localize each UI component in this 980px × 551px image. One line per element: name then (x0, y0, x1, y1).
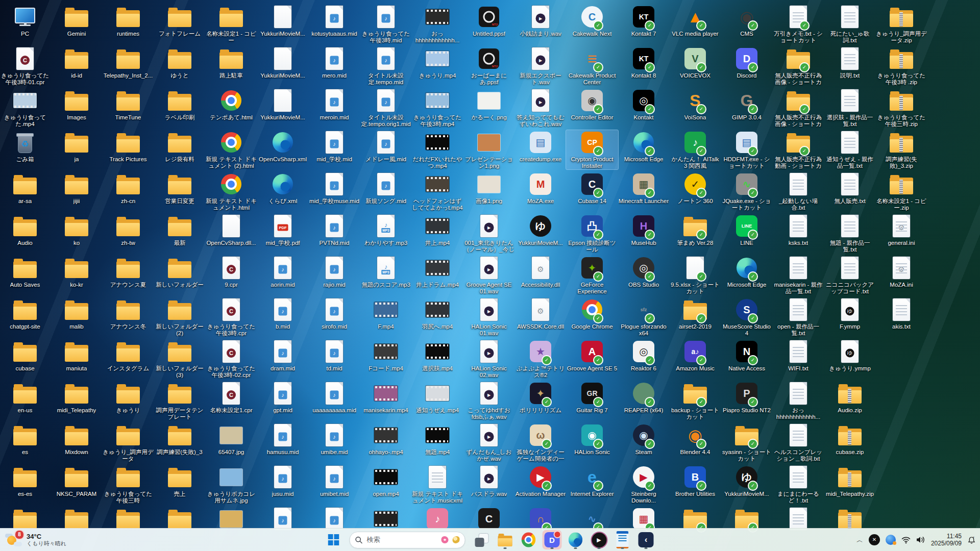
volume-icon[interactable] (916, 536, 925, 543)
desktop-icon[interactable]: 新しいフォルダー (3) (154, 339, 206, 379)
desktop-icon[interactable]: きゅうり (102, 381, 154, 414)
desktop-icon[interactable]: Cきゅうり食ってた午後3時.cpr (205, 297, 257, 337)
desktop-icon[interactable]: 営業日変更 (154, 172, 206, 205)
desktop-icon[interactable]: おっhhhhhhhhhhhh... (772, 381, 824, 420)
desktop-icon[interactable]: 無人販売.txt (824, 172, 876, 205)
desktop-icon[interactable]: 井上ドラム.mp4 (411, 256, 463, 288)
desktop-icon[interactable]: ▶バスドラ.wav (463, 465, 515, 497)
desktop-icon[interactable]: _起動しない場合.txt (772, 172, 824, 211)
desktop-icon[interactable]: ♪jusu.mid (257, 465, 309, 497)
desktop-icon[interactable]: OpenCvSharp.dll... (205, 214, 257, 246)
desktop-icon[interactable]: CP✓Crypton Product Installer (566, 130, 618, 169)
desktop-icon[interactable]: F.mp4 (360, 297, 412, 330)
desktop-icon[interactable]: C9.cpr (205, 256, 257, 288)
desktop-icon[interactable]: 選択肢 - 親作品一覧.txt (824, 88, 876, 128)
desktop-icon[interactable]: ♪MP3無題のスコア.mp3 (360, 256, 412, 288)
desktop-icon[interactable]: ♻ごみ箱 (0, 130, 51, 163)
desktop-icon[interactable]: N✓Native Access (721, 339, 773, 372)
desktop-icon[interactable]: 新しいフォルダー (2) (154, 297, 206, 337)
desktop-icon[interactable]: ✦✓GeForce Experience (566, 256, 618, 295)
desktop-icon[interactable]: open.mp4 (360, 465, 412, 497)
desktop-icon[interactable]: sfz✓Plogue sforzando x64 (618, 297, 670, 337)
desktop-icon[interactable]: ▶001_東北きりたん（ノーマル）_今じゃ... (463, 214, 515, 254)
desktop-icon[interactable]: ▦✓Minecraft Launcher (618, 172, 670, 205)
desktop-icon[interactable]: ko (51, 214, 103, 246)
desktop-icon[interactable]: C名称未設定1.cpr (205, 381, 257, 414)
start-button[interactable] (325, 531, 343, 549)
desktop-icon[interactable]: ja (51, 130, 103, 163)
desktop-icon[interactable]: ∩✓ (514, 507, 567, 531)
desktop-icon[interactable]: レジ袋有料 (154, 130, 206, 163)
desktop-icon[interactable]: zh-cn (102, 172, 154, 205)
desktop-icon[interactable]: Audio.zip (824, 381, 876, 414)
desktop-icon[interactable]: Cきゅうり食ってた午後3時-02.cpr (205, 339, 257, 379)
desktop-icon[interactable]: ✓airset2-2019 (669, 297, 721, 330)
desktop-icon[interactable]: ▶✓Activation Manager (514, 465, 567, 497)
desktop-icon[interactable]: ≡✓Cakewalk Product Center (566, 46, 618, 86)
desktop-icon[interactable]: P✓Piapro Studio NT2 (721, 381, 773, 414)
desktop-icon[interactable]: ゆきゅうり.ymmp (824, 339, 876, 372)
desktop-icon[interactable] (205, 507, 257, 531)
desktop-icon[interactable]: WIFI.txt (772, 339, 824, 372)
desktop-icon[interactable]: 無題 - 親作品一覧.txt (824, 214, 876, 253)
desktop-icon[interactable]: akis.txt (875, 297, 927, 330)
desktop-icon[interactable]: manisekarin - 親作品一覧.txt (772, 256, 824, 295)
desktop-icon[interactable]: ♪新規ソング.mid (360, 172, 412, 205)
desktop-icon[interactable]: プレゼンテーション1.png (463, 130, 515, 169)
desktop-icon[interactable]: ω✓孤独なインディーゲーム開発者の一生 ... (514, 423, 567, 463)
desktop-icon[interactable]: きゅうり食ってた午後三時.zip (875, 88, 927, 128)
desktop-icon[interactable]: C✓Cakewalk Next (566, 5, 618, 37)
desktop-icon[interactable]: maniuta (51, 339, 103, 372)
desktop-icon[interactable]: 新しいフォルダー (154, 256, 206, 288)
desktop-icon[interactable] (0, 507, 51, 531)
desktop-icon[interactable]: ✓Microsoft Edge (721, 256, 773, 288)
desktop-icon[interactable] (824, 507, 876, 531)
desktop-icon[interactable]: ✓ (669, 507, 721, 531)
desktop-icon[interactable]: YukkuriMovieM... (257, 88, 309, 121)
desktop-icon[interactable]: C (463, 507, 515, 531)
desktop-icon[interactable]: ✓9.5.xlsx - ショートカット (669, 256, 721, 295)
desktop-icon[interactable]: ◎✓Reaktor 6 (618, 339, 670, 372)
desktop-icon[interactable]: Images (51, 88, 103, 121)
notifications-bell-icon[interactable]: z (967, 536, 976, 544)
desktop-icon[interactable]: chatgpt-site (0, 297, 51, 330)
desktop-icon[interactable]: ♪きゅうり食ってた午後3時.mid (360, 5, 412, 44)
desktop-icon[interactable]: フォトフレーム (154, 5, 206, 37)
desktop-icon[interactable]: jijii (51, 172, 103, 205)
desktop-icon[interactable]: ▤createdump.exe (514, 130, 567, 163)
desktop-icon[interactable]: ヘッドフォンはずしててよかっt.mp4 (411, 172, 463, 211)
desktop-icon[interactable]: ♪kotusytuaaus.mid (308, 5, 360, 37)
desktop-icon[interactable]: 名称未設定1 - コピー (205, 5, 257, 44)
desktop-icon[interactable]: テンポあて.html (205, 88, 257, 121)
desktop-icon[interactable]: Untitled.ppsf (463, 5, 515, 37)
desktop-icon[interactable]: 通知うぜえ.mp4 (411, 381, 463, 414)
desktop-icon[interactable]: B✓Brother Utilities (669, 465, 721, 497)
desktop-icon[interactable]: PC (0, 5, 51, 37)
desktop-icon[interactable]: 新規 テキスト ドキュメント (2).html (205, 130, 257, 169)
desktop-icon[interactable]: ✓Microsoft Edge (618, 130, 670, 163)
desktop-icon[interactable]: ∿✓JQuake.exe - ショートカット (721, 172, 773, 211)
desktop-icon[interactable]: ◉✓CMS (721, 5, 773, 37)
desktop-icon[interactable]: ニコニコバックアップコード.txt (824, 256, 876, 295)
desktop-icon[interactable]: ♪PVTNd.mid (308, 214, 360, 246)
wifi-icon[interactable] (901, 536, 911, 544)
taskbar-pin-google-chrome[interactable] (519, 530, 538, 549)
desktop-icon[interactable]: きゅうり食ってた午後3時 .zip (875, 46, 927, 86)
desktop-icon[interactable]: ♪td.mid (308, 339, 360, 372)
desktop-icon[interactable]: ▶答え知っててもむずいわこれ.wav (514, 88, 567, 128)
desktop-icon[interactable]: KT✓Kontakt 7 (618, 5, 670, 37)
desktop-icon[interactable]: ♪ (257, 507, 309, 531)
desktop-icon[interactable]: アナウンス夏 (102, 256, 154, 288)
desktop-icon[interactable]: ar-sa (0, 172, 51, 205)
desktop-icon[interactable]: OpenCvSharp.xml (257, 130, 309, 163)
desktop-icon[interactable]: ♪mero.mid (308, 46, 360, 79)
desktop-icon[interactable]: 死にたい_ゅ歌詞.txt (824, 5, 876, 44)
desktop-icon[interactable]: ♪MP3わかりやす.mp3 (360, 214, 412, 246)
taskbar-pin-microsoft-edge[interactable] (566, 530, 585, 549)
desktop-icon[interactable]: es-es (0, 465, 51, 497)
taskbar-pin-media-player[interactable]: ▶ (590, 530, 609, 549)
desktop-icon[interactable]: GR✓Guitar Rig 7 (566, 381, 618, 414)
desktop-icon[interactable]: Gemini (51, 5, 103, 37)
desktop-icon[interactable]: ♪mid_学校muse.mid (308, 172, 360, 205)
desktop-icon[interactable]: きゅうり_調声用データ.zip (875, 5, 927, 44)
